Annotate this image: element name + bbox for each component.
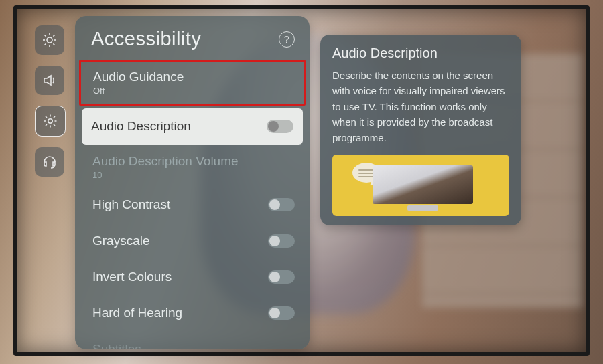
- row-audio-description[interactable]: Audio Description: [82, 108, 303, 145]
- rail-item-picture[interactable]: [35, 25, 64, 55]
- card-title: Audio Description: [332, 46, 509, 61]
- rail-item-support[interactable]: [35, 147, 64, 177]
- svg-line-5: [45, 35, 46, 37]
- toggle-grayscale[interactable]: [268, 234, 295, 248]
- tv-illustration: [373, 165, 473, 212]
- card-text: Describe the contents on the screen with…: [332, 68, 509, 145]
- row-label: Subtitles: [92, 342, 141, 349]
- row-high-contrast[interactable]: High Contrast: [75, 187, 310, 223]
- rail-item-general[interactable]: [35, 106, 66, 136]
- volume-icon: [42, 72, 58, 88]
- settings-panel: Accessibility ? Audio Guidance Off Audio…: [75, 16, 310, 349]
- support-icon: [42, 154, 58, 170]
- row-grayscale[interactable]: Grayscale: [75, 223, 310, 259]
- tv-screenshot: Accessibility ? Audio Guidance Off Audio…: [0, 0, 603, 364]
- row-audio-guidance[interactable]: Audio Guidance Off: [79, 60, 306, 106]
- row-label: Invert Colours: [92, 270, 172, 284]
- rail-item-sound[interactable]: [35, 66, 64, 95]
- help-icon[interactable]: ?: [279, 31, 295, 48]
- settings-list: Audio Guidance Off Audio Description Aud…: [75, 57, 310, 349]
- card-illustration: [332, 155, 509, 216]
- row-invert-colours[interactable]: Invert Colours: [75, 259, 310, 295]
- tv-illustration-screen: [373, 165, 473, 204]
- toggle-high-contrast[interactable]: [268, 198, 295, 211]
- svg-line-7: [45, 43, 46, 45]
- tv-illustration-stand: [407, 205, 438, 211]
- row-label: Hard of Hearing: [92, 306, 182, 321]
- description-card: Audio Description Describe the contents …: [320, 35, 521, 225]
- row-audio-description-volume: Audio Description Volume 10: [75, 147, 310, 187]
- row-label: Audio Description: [91, 119, 191, 134]
- row-subtitles[interactable]: Subtitles: [75, 331, 310, 349]
- svg-point-0: [47, 37, 52, 43]
- settings-icon: [42, 113, 58, 129]
- row-hard-of-hearing[interactable]: Hard of Hearing: [75, 295, 310, 331]
- svg-point-9: [48, 119, 52, 123]
- panel-header: Accessibility ?: [75, 16, 310, 57]
- row-label: High Contrast: [92, 197, 170, 212]
- toggle-invert-colours[interactable]: [268, 270, 295, 284]
- toggle-hard-of-hearing[interactable]: [268, 306, 295, 320]
- row-label: Audio Guidance: [93, 70, 184, 84]
- row-label: Audio Description Volume: [92, 154, 239, 168]
- svg-line-6: [53, 43, 54, 45]
- svg-line-8: [53, 35, 54, 37]
- settings-category-rail: [35, 25, 67, 177]
- panel-title: Accessibility: [91, 28, 201, 50]
- row-sublabel: 10: [92, 170, 239, 180]
- toggle-audio-description[interactable]: [267, 120, 293, 133]
- row-label: Grayscale: [92, 234, 150, 248]
- row-sublabel: Off: [93, 86, 184, 96]
- brightness-icon: [42, 32, 58, 48]
